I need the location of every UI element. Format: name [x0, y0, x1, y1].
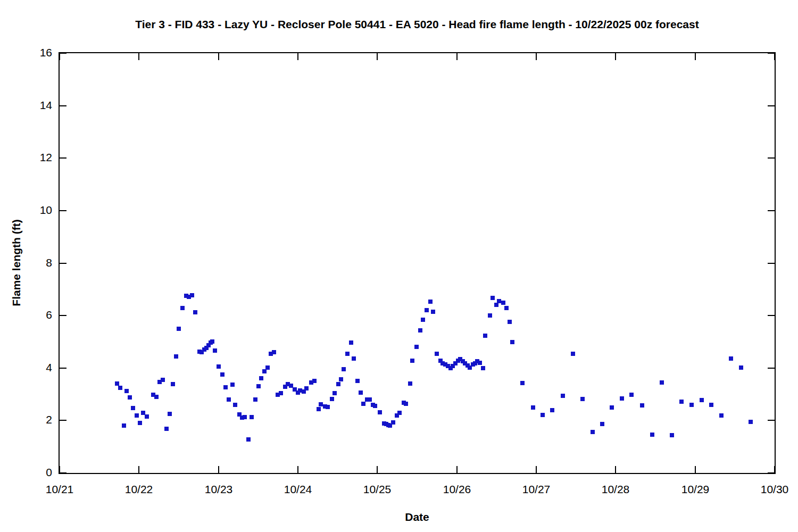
data-point: [414, 345, 419, 349]
x-tick: [297, 466, 298, 473]
y-tick: [60, 420, 66, 421]
y-tick-mirror: [768, 210, 775, 211]
data-point: [550, 408, 554, 412]
data-point: [435, 352, 439, 356]
data-point: [171, 382, 175, 386]
data-point: [122, 423, 126, 428]
data-point: [739, 365, 743, 370]
data-point: [418, 328, 422, 332]
data-point: [729, 356, 733, 361]
data-point: [319, 402, 323, 406]
x-tick-label: 10/30: [761, 483, 789, 496]
data-point: [210, 339, 214, 344]
data-point: [131, 406, 135, 410]
data-point: [250, 415, 254, 419]
data-point: [749, 420, 753, 424]
data-point: [359, 390, 363, 395]
data-point: [478, 361, 482, 365]
data-point: [213, 348, 217, 353]
data-point: [161, 378, 165, 382]
data-point: [719, 413, 724, 418]
y-tick-label: 6: [0, 309, 52, 321]
y-tick-label: 8: [0, 256, 52, 269]
data-point: [326, 405, 330, 409]
data-point: [700, 398, 704, 402]
data-point: [115, 381, 119, 386]
y-tick-mirror: [768, 157, 775, 159]
data-point: [629, 393, 634, 397]
data-point: [138, 421, 142, 425]
data-point: [124, 389, 129, 393]
data-point: [591, 430, 595, 434]
data-point: [361, 402, 365, 406]
x-tick-label: 10/27: [522, 483, 551, 496]
data-point: [220, 372, 225, 377]
x-tick-label: 10/23: [205, 483, 233, 496]
data-point: [262, 369, 267, 373]
data-point: [342, 367, 346, 371]
data-point: [128, 395, 132, 400]
y-tick: [60, 210, 66, 211]
data-point: [279, 391, 283, 395]
y-tick: [60, 315, 66, 316]
chart-screenshot: Tier 3 - FID 433 - Lazy YU - Recloser Po…: [0, 0, 798, 532]
data-point: [317, 407, 321, 411]
data-point: [421, 318, 425, 322]
data-point: [349, 340, 353, 345]
data-point: [352, 356, 356, 361]
data-point: [425, 308, 429, 312]
y-tick: [60, 263, 66, 264]
x-axis-title: Date: [59, 511, 776, 523]
data-point: [410, 359, 414, 363]
y-tick-mirror: [768, 105, 775, 106]
data-point: [650, 433, 654, 437]
data-point: [600, 422, 604, 426]
data-point: [243, 415, 247, 419]
y-tick: [60, 472, 66, 473]
x-tick: [138, 466, 139, 473]
y-tick-label: 0: [0, 466, 52, 479]
x-tick-mirror: [377, 53, 378, 60]
y-tick-mirror: [768, 263, 775, 264]
data-point: [508, 320, 512, 324]
data-point: [355, 379, 360, 383]
data-point: [217, 364, 221, 369]
data-point: [520, 381, 525, 385]
data-point: [408, 381, 412, 386]
data-point: [431, 310, 435, 314]
x-tick-mirror: [59, 53, 60, 60]
x-tick-mirror: [615, 53, 616, 60]
data-point: [501, 301, 505, 305]
data-point: [174, 354, 178, 359]
data-point: [227, 397, 231, 402]
data-point: [391, 420, 395, 425]
x-tick: [218, 466, 219, 473]
data-point: [428, 300, 433, 304]
x-tick-label: 10/29: [681, 483, 710, 496]
x-tick: [615, 466, 616, 473]
data-point: [339, 377, 343, 381]
y-tick-label: 2: [0, 413, 52, 426]
data-point: [259, 376, 263, 380]
x-tick-label: 10/21: [46, 483, 74, 496]
data-point: [332, 391, 337, 395]
data-point: [154, 395, 159, 399]
x-tick-label: 10/26: [443, 483, 471, 496]
chart-title: Tier 3 - FID 433 - Lazy YU - Recloser Po…: [59, 18, 776, 31]
data-point: [304, 386, 309, 390]
data-point: [177, 327, 181, 331]
data-point: [368, 397, 372, 402]
data-point: [481, 366, 485, 370]
data-point: [640, 403, 644, 408]
x-tick: [695, 466, 696, 473]
y-tick-label: 14: [0, 99, 52, 112]
data-point: [145, 414, 149, 419]
data-point: [246, 437, 251, 442]
y-tick: [60, 368, 66, 369]
x-tick-label: 10/24: [284, 483, 312, 496]
y-tick-mirror: [768, 53, 775, 54]
data-point: [230, 383, 235, 387]
data-point: [193, 310, 197, 314]
x-tick-mirror: [456, 53, 458, 60]
x-tick-mirror: [218, 53, 219, 60]
